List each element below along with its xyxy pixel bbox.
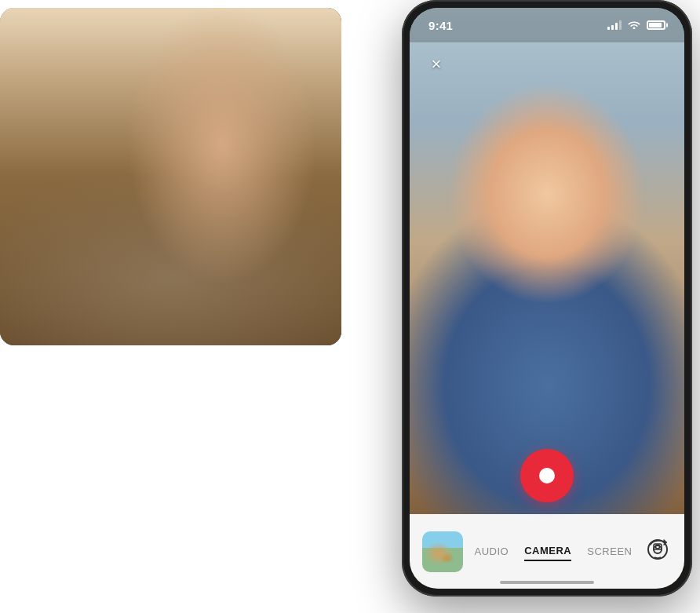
tab-screen[interactable]: SCREEN bbox=[587, 542, 632, 560]
left-photo-card bbox=[0, 8, 341, 345]
tab-camera[interactable]: CAMERA bbox=[524, 542, 571, 561]
home-indicator bbox=[500, 581, 594, 584]
battery-icon bbox=[647, 20, 665, 30]
phone-screen: 9:41 bbox=[410, 8, 684, 589]
record-button-container bbox=[520, 449, 574, 502]
close-button[interactable]: × bbox=[422, 50, 450, 78]
toolbar-thumbnail[interactable] bbox=[422, 531, 463, 572]
left-photo-image bbox=[0, 8, 341, 345]
wifi-icon bbox=[628, 20, 640, 31]
phone-frame: 9:41 bbox=[402, 0, 692, 597]
camera-flip-icon bbox=[647, 538, 669, 565]
phone-container: 9:41 bbox=[378, 0, 700, 613]
status-icons bbox=[607, 20, 665, 31]
toolbar-thumbnail-image bbox=[422, 531, 463, 572]
bottom-toolbar: AUDIO CAMERA SCREEN bbox=[410, 514, 684, 589]
battery-fill bbox=[649, 23, 662, 27]
camera-flip-button[interactable] bbox=[643, 538, 672, 566]
signal-bar-2 bbox=[611, 25, 614, 30]
tab-audio[interactable]: AUDIO bbox=[475, 542, 509, 560]
signal-bar-4 bbox=[619, 20, 622, 30]
signal-bar-1 bbox=[607, 27, 610, 30]
record-button[interactable] bbox=[520, 449, 574, 502]
signal-bar-3 bbox=[615, 23, 618, 30]
toolbar-tabs: AUDIO CAMERA SCREEN bbox=[463, 542, 643, 561]
status-time: 9:41 bbox=[428, 19, 453, 32]
close-icon: × bbox=[432, 56, 442, 73]
signal-bars-icon bbox=[607, 20, 622, 30]
status-bar: 9:41 bbox=[410, 8, 684, 42]
svg-point-3 bbox=[656, 545, 660, 549]
record-dot-icon bbox=[539, 468, 555, 483]
